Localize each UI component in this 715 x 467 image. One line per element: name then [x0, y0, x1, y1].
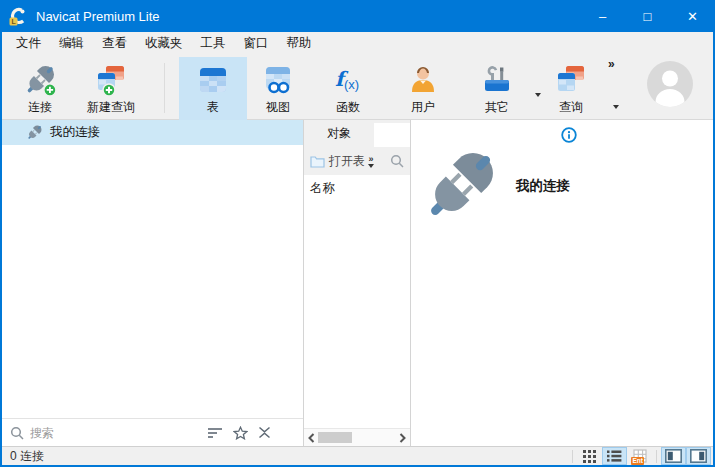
favorites-star-icon[interactable] — [233, 426, 248, 440]
navicat-window: L Navicat Premium Lite – □ ✕ 文件 编辑 查看 收藏… — [0, 0, 715, 467]
search-icon — [390, 154, 404, 168]
search-input[interactable] — [30, 426, 207, 440]
connection-plug-plus-icon — [23, 62, 57, 98]
sidebar-search-bar — [2, 418, 303, 446]
window-title: Navicat Premium Lite — [36, 9, 160, 24]
statusbar-separator — [572, 450, 573, 463]
info-icon[interactable] — [561, 127, 577, 143]
other-dropdown-arrow[interactable] — [535, 97, 541, 115]
connection-label: 我的连接 — [50, 124, 100, 141]
folder-icon — [310, 155, 325, 168]
menu-item-view[interactable]: 查看 — [93, 31, 136, 56]
toolbar-label: 其它 — [485, 99, 509, 116]
tabstrip-empty-area — [374, 123, 410, 147]
maximize-button[interactable]: □ — [625, 0, 670, 32]
toolbar-button-connection[interactable]: 连接 — [8, 57, 72, 120]
connection-plug-large-icon — [420, 146, 500, 226]
toggle-left-pane-icon[interactable] — [662, 448, 685, 464]
toolbar-button-function[interactable]: f (x) 函数 — [309, 57, 387, 120]
toolbar-button-new-query[interactable]: 新建查询 — [72, 57, 150, 120]
column-header-name[interactable]: 名称 — [304, 175, 410, 201]
view-icon — [261, 62, 295, 98]
grid-view-icon[interactable] — [578, 448, 601, 464]
avatar-person-icon — [647, 61, 693, 107]
query-icon — [554, 62, 588, 98]
sidebar-search-tools — [207, 426, 271, 440]
menu-item-favorites[interactable]: 收藏夹 — [136, 31, 192, 56]
menu-item-file[interactable]: 文件 — [7, 31, 50, 56]
scroll-left-arrow[interactable] — [308, 433, 315, 443]
list-view-icon[interactable] — [603, 448, 626, 464]
toolbar-overflow-chevron[interactable]: » — [608, 57, 615, 71]
objects-panel: 对象 打开表 » — [304, 120, 411, 446]
new-query-icon — [94, 62, 128, 98]
objects-search-button[interactable] — [390, 154, 404, 168]
toolbar-button-other[interactable]: 其它 — [459, 57, 535, 120]
collapse-all-icon[interactable] — [258, 426, 271, 439]
toolbar-label: 表 — [207, 99, 219, 116]
window-controls: – □ ✕ — [580, 0, 715, 32]
toolbar-button-user[interactable]: 用户 — [387, 57, 459, 120]
toolbar-label: 新建查询 — [87, 99, 135, 116]
titlebar: L Navicat Premium Lite – □ ✕ — [0, 0, 715, 32]
objects-toolbar: 打开表 » — [304, 147, 410, 175]
connection-summary: 我的连接 — [420, 146, 570, 226]
toolbar-label: 查询 — [559, 99, 583, 116]
toolbar-button-view[interactable]: 视图 — [247, 57, 309, 120]
function-icon: f (x) — [331, 62, 365, 98]
toolbar-button-table[interactable]: 表 — [179, 57, 247, 120]
menu-item-help[interactable]: 帮助 — [278, 31, 321, 56]
close-button[interactable]: ✕ — [670, 0, 715, 32]
status-connection-count: 0 连接 — [10, 448, 44, 465]
objects-list-empty — [304, 201, 410, 428]
objects-tabstrip: 对象 — [304, 120, 410, 147]
toolbox-icon — [480, 62, 514, 98]
detail-panel: 我的连接 — [411, 120, 713, 446]
statusbar-separator — [656, 450, 657, 463]
toolbar-label: 用户 — [411, 99, 435, 116]
menubar: 文件 编辑 查看 收藏夹 工具 窗口 帮助 — [2, 32, 713, 55]
scrollbar-thumb[interactable] — [318, 432, 352, 443]
svg-text:(x): (x) — [344, 77, 359, 92]
horizontal-scrollbar[interactable] — [304, 428, 410, 446]
statusbar: 0 连接 — [2, 446, 713, 465]
menu-item-window[interactable]: 窗口 — [235, 31, 278, 56]
content-area: 我的连接 — [2, 120, 713, 446]
toggle-right-pane-icon[interactable] — [687, 448, 710, 464]
main-toolbar: 连接 新建查询 — [2, 55, 713, 120]
filter-icon[interactable] — [207, 427, 223, 439]
toolbar-label: 连接 — [28, 99, 52, 116]
detail-connection-label: 我的连接 — [516, 177, 570, 195]
menu-item-tools[interactable]: 工具 — [192, 31, 235, 56]
minimize-button[interactable]: – — [580, 0, 625, 32]
connections-sidebar: 我的连接 — [2, 120, 304, 446]
user-avatar[interactable] — [647, 61, 693, 107]
toolbar-separator — [164, 63, 165, 113]
open-table-button[interactable]: 打开表 — [310, 153, 365, 170]
open-table-label: 打开表 — [329, 153, 365, 170]
er-diagram-view-icon[interactable]: Ent — [628, 448, 651, 464]
table-icon — [196, 62, 230, 98]
objects-toolbar-overflow[interactable]: » — [368, 155, 374, 168]
connection-plug-icon — [26, 124, 43, 141]
toolbar-label: 视图 — [266, 99, 290, 116]
user-icon — [406, 62, 440, 98]
objects-overflow-dropdown-arrow — [368, 164, 374, 168]
statusbar-view-toggles: Ent — [569, 448, 710, 464]
toolbar-label: 函数 — [336, 99, 360, 116]
logo-badge-text: L — [12, 18, 17, 25]
scroll-right-arrow[interactable] — [399, 433, 406, 443]
menu-item-edit[interactable]: 编辑 — [50, 31, 93, 56]
search-icon — [10, 426, 24, 440]
ent-badge: Ent — [631, 457, 644, 465]
connection-tree-item[interactable]: 我的连接 — [2, 120, 303, 145]
app-logo-icon: L — [9, 7, 28, 26]
tab-objects[interactable]: 对象 — [304, 120, 374, 147]
objects-overflow-chevron: » — [368, 155, 373, 163]
toolbar-button-query[interactable]: 查询 — [535, 57, 607, 120]
